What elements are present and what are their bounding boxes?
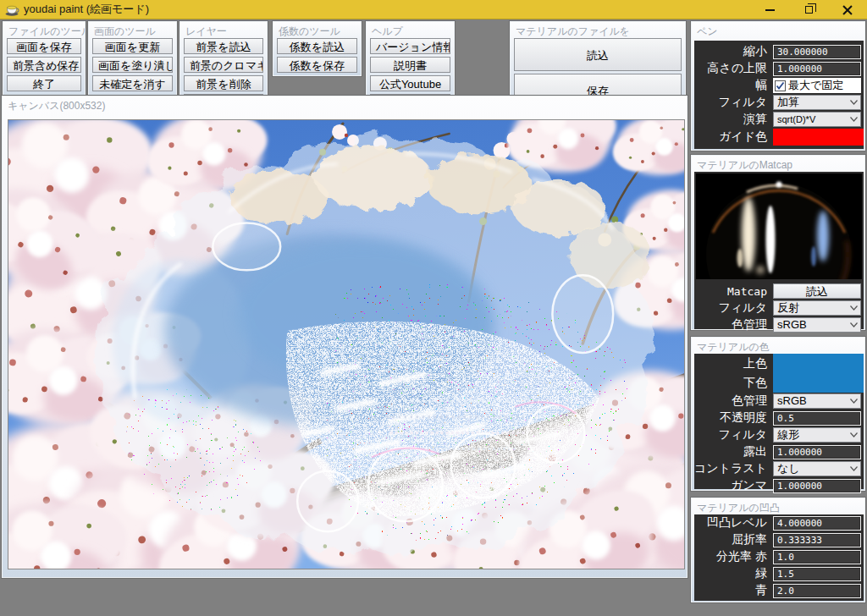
group-title: ペン [692, 22, 864, 38]
canvas-image[interactable] [8, 119, 685, 569]
window-title: youdai paint (絵画モード) [24, 2, 149, 17]
restore-icon [805, 6, 813, 14]
titlebar[interactable]: youdai paint (絵画モード) [0, 0, 867, 19]
close-button[interactable] [828, 0, 867, 19]
group-title: マテリアルの凹凸 [692, 498, 864, 514]
save-coefficients-button[interactable]: 係数を保存 [277, 57, 357, 73]
load-coefficients-button[interactable]: 係数を読込 [277, 38, 357, 54]
group-matcap: マテリアルのMatcap [691, 155, 865, 330]
guide-color-swatch[interactable] [773, 129, 864, 146]
top-color-swatch[interactable] [773, 354, 864, 373]
refresh-screen-button[interactable]: 画面を更新 [92, 38, 173, 54]
matcap-label: Matcap [694, 285, 773, 298]
group-title: マテリアルのMatcap [692, 156, 864, 172]
bottom-color-swatch[interactable] [773, 373, 864, 393]
refraction-label: 屈折率 [694, 532, 773, 547]
minimize-button[interactable] [750, 0, 789, 19]
spectral-blue-row: 青 2.0 [694, 582, 864, 599]
save-with-foreground-button[interactable]: 前景含め保存 [7, 57, 81, 73]
color-mgmt-dropdown[interactable]: sRGB [773, 393, 861, 409]
erase-unconfirmed-button[interactable]: 未確定を消す [92, 75, 173, 91]
group-title: レイヤー [180, 22, 267, 38]
close-icon [842, 5, 853, 15]
pen-filter-dropdown[interactable]: 加算 [773, 95, 861, 110]
chevron-down-icon [850, 305, 858, 311]
group-title: マテリアルの色 [692, 338, 864, 354]
matcap-colormgmt-dropdown[interactable]: sRGB [773, 317, 861, 333]
cherry-blossom-photo [8, 120, 684, 569]
restore-button[interactable] [789, 0, 828, 19]
opacity-row: 不透明度 0.5 [694, 410, 864, 426]
group-screen-tools: 画面のツール 画面を更新 画面を塗り潰し 未確定を消す [88, 21, 177, 106]
foreground-chromakey-button[interactable]: 前景のクロマキー [184, 57, 263, 73]
exposure-input[interactable]: 1.000000 [773, 445, 861, 459]
spectral-blue-label: 青 [694, 583, 773, 598]
contrast-dropdown[interactable]: なし [773, 461, 861, 476]
pen-filter-label: フィルタ [694, 95, 773, 110]
pen-shrink-row: 縮小 30.000000 [694, 43, 864, 60]
exit-button[interactable]: 終了 [7, 75, 81, 91]
save-screen-button[interactable]: 画面を保存 [7, 38, 81, 54]
group-canvas: キャンバス(800x532) [2, 96, 688, 578]
pen-guide-color-row: ガイド色 [694, 128, 864, 146]
material-load-button[interactable]: 読込 [514, 38, 682, 71]
load-foreground-button[interactable]: 前景を読込 [184, 38, 263, 54]
group-material-color: マテリアルの色 上色 下色 色管理 sRGB 不透明度 0.5 [691, 337, 865, 491]
refraction-input[interactable]: 0.333333 [773, 533, 861, 547]
manual-button[interactable]: 説明書 [370, 57, 450, 73]
bump-level-row: 凹凸レベル 4.000000 [694, 514, 864, 531]
group-title: 係数のツール [273, 22, 361, 38]
guide-color-label: ガイド色 [694, 129, 773, 145]
bottom-color-label: 下色 [694, 376, 773, 391]
group-title: ファイルのツール [3, 22, 85, 38]
matcap-load-row: Matcap 読込 [694, 283, 864, 300]
width-label: 幅 [694, 78, 773, 93]
exposure-label: 露出 [694, 444, 773, 459]
fill-screen-button[interactable]: 画面を塗り潰し [92, 57, 173, 73]
group-title: マテリアルのファイルを [511, 22, 685, 38]
matcap-filter-dropdown[interactable]: 反射 [773, 300, 861, 316]
app-window: youdai paint (絵画モード) ファイルのツール 画面を保存 前景含め… [0, 0, 867, 616]
color-mgmt-row: 色管理 sRGB [694, 393, 864, 410]
chevron-down-icon [850, 100, 858, 105]
chevron-down-icon [850, 399, 858, 404]
bump-level-input[interactable]: 4.000000 [773, 516, 861, 531]
opacity-input[interactable]: 0.5 [773, 411, 861, 426]
spectral-green-row: 緑 1.5 [694, 565, 864, 582]
pen-width-row: 幅 最大で固定 [694, 77, 864, 94]
height-limit-input[interactable]: 1.000000 [773, 62, 861, 76]
spectral-blue-input[interactable]: 2.0 [773, 584, 861, 598]
pen-operation-row: 演算 sqrt(D)*V [694, 111, 864, 128]
contrast-label: コントラスト [694, 461, 773, 476]
delete-foreground-button[interactable]: 前景を削除 [184, 75, 263, 91]
chevron-down-icon [850, 117, 858, 122]
operation-dropdown[interactable]: sqrt(D)*V [773, 112, 861, 127]
height-limit-label: 高さの上限 [694, 61, 773, 76]
matcap-preview[interactable] [696, 173, 862, 279]
spectral-red-row: 分光率 赤 1.0 [694, 548, 864, 565]
gamma-label: ガンマ [694, 478, 773, 493]
spectral-green-label: 緑 [694, 566, 773, 581]
spectral-green-input[interactable]: 1.5 [773, 567, 861, 581]
top-color-row: 上色 [694, 354, 864, 373]
bump-level-label: 凹凸レベル [694, 515, 773, 531]
matcap-filter-row: フィルタ 反射 [694, 300, 864, 316]
official-youtube-button[interactable]: 公式Youtube [370, 75, 450, 91]
minimize-icon [765, 9, 775, 11]
version-info-button[interactable]: バージョン情報 [370, 38, 450, 54]
exposure-row: 露出 1.000000 [694, 443, 864, 460]
shrink-input[interactable]: 30.000000 [773, 45, 861, 59]
group-title: ヘルプ [367, 22, 454, 38]
gamma-input[interactable]: 1.000000 [773, 479, 861, 493]
max-fixed-checkbox[interactable]: 最大で固定 [773, 78, 861, 93]
spectral-red-input[interactable]: 1.0 [773, 550, 861, 564]
matcap-load-button[interactable]: 読込 [773, 283, 861, 299]
pen-filter-row: フィルタ 加算 [694, 94, 864, 111]
chevron-down-icon [850, 432, 858, 437]
color-mgmt-label: 色管理 [694, 393, 773, 409]
shrink-label: 縮小 [694, 44, 773, 59]
mc-filter-label: フィルタ [694, 427, 773, 443]
mc-filter-row: フィルタ 線形 [694, 426, 864, 443]
mc-filter-dropdown[interactable]: 線形 [773, 427, 861, 443]
group-coeff-tools: 係数のツール 係数を読込 係数を保存 [273, 21, 362, 76]
